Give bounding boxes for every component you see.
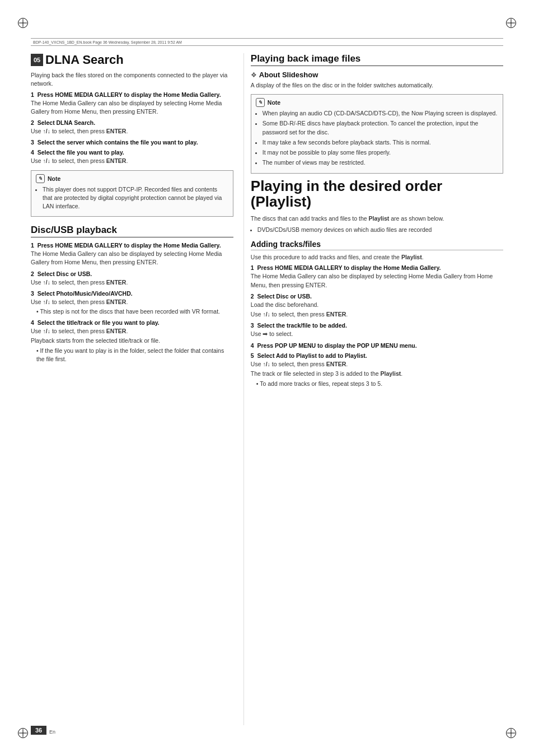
- adding-tracks-intro: Use this procedure to add tracks and fil…: [251, 253, 503, 262]
- playing-back-note-item-2: It may take a few seconds before playbac…: [263, 138, 498, 147]
- playing-back-note-label: Note: [268, 99, 280, 106]
- add-step-4-text: Press POP UP MENU to display the POP UP …: [257, 342, 416, 349]
- add-step-5-text: Select Add to Playlist to add to Playlis…: [257, 352, 367, 359]
- playlist-big-title: Playing in the desired order (Playlist): [251, 178, 503, 210]
- dlna-intro: Playing back the files stored on the com…: [31, 71, 233, 88]
- chapter-number: 05: [31, 54, 43, 66]
- disc-step-2-header: 2 Select Disc or USB.: [31, 270, 233, 277]
- dlna-step-2-text: Select DLNA Search.: [38, 119, 95, 126]
- playlist-bullet-0: DVDs/CDs/USB memory devices on which aud…: [257, 226, 503, 234]
- playing-back-note-item-3: It may not be possible to play some file…: [263, 148, 498, 157]
- add-step-5-body2: The track or file selected in step 3 is …: [251, 370, 503, 378]
- add-step-1-body: The Home Media Gallery can also be displ…: [251, 272, 503, 289]
- add-step-2-text: Select Disc or USB.: [257, 293, 311, 300]
- playing-back-title: Playing back image files: [251, 53, 503, 66]
- reg-mark-tl: [17, 17, 29, 29]
- disc-step-2: 2 Select Disc or USB. Use ↑/↓ to select,…: [31, 270, 233, 287]
- disc-step-3-body: Use ↑/↓ to select, then press ENTER.: [31, 298, 233, 306]
- add-step-2-header: 2 Select Disc or USB.: [251, 293, 503, 300]
- add-step-4-header: 4 Press POP UP MENU to display the POP U…: [251, 342, 503, 349]
- page-number: 36: [31, 726, 46, 735]
- disc-step-4-header: 4 Select the title/track or file you wan…: [31, 319, 233, 326]
- dlna-step-1: 1 Press HOME MEDIA GALLERY to display th…: [31, 91, 233, 116]
- disc-step-3-note: • This step is not for the discs that ha…: [36, 307, 233, 316]
- playing-back-note-title: ✎ Note: [256, 98, 498, 107]
- disc-step-1: 1 Press HOME MEDIA GALLERY to display th…: [31, 242, 233, 267]
- disc-step-3-text: Select Photo/Music/Video/AVCHD.: [38, 290, 133, 297]
- add-step-1-text: Press HOME MEDIA GALLERY to display the …: [257, 264, 441, 271]
- dlna-step-3-header: 3 Select the server which contains the f…: [31, 139, 233, 146]
- right-column: Playing back image files ❖ About Slidesh…: [243, 53, 503, 725]
- add-step-2-body1: Load the disc beforehand.: [251, 301, 503, 309]
- dlna-step-2: 2 Select DLNA Search. Use ↑/↓ to select,…: [31, 119, 233, 136]
- dlna-step-4-text: Select the file you want to play.: [38, 149, 124, 156]
- disc-step-3-note-text: This step is not for the discs that have…: [40, 308, 220, 315]
- dlna-step-1-header: 1 Press HOME MEDIA GALLERY to display th…: [31, 91, 233, 98]
- dlna-note-label: Note: [48, 175, 60, 182]
- add-step-4: 4 Press POP UP MENU to display the POP U…: [251, 342, 503, 349]
- add-step-5: 5 Select Add to Playlist to add to Playl…: [251, 352, 503, 388]
- dlna-step-2-header: 2 Select DLNA Search.: [31, 119, 233, 126]
- about-slideshow-heading: About Slideshow: [259, 71, 318, 79]
- disc-step-1-header: 1 Press HOME MEDIA GALLERY to display th…: [31, 242, 233, 249]
- disc-usb-title: Disc/USB playback: [31, 225, 233, 237]
- dlna-step-1-text: Press HOME MEDIA GALLERY to display the …: [38, 91, 221, 98]
- disc-step-4-text: Select the title/track or file you want …: [38, 319, 160, 326]
- add-step-2: 2 Select Disc or USB. Load the disc befo…: [251, 293, 503, 319]
- file-info: BDP-140_VXCNS_1BD_EN.book Page 36 Wednes…: [33, 40, 182, 44]
- dlna-note-list: This player does not support DTCP-IP. Re…: [43, 185, 228, 211]
- add-step-3-header: 3 Select the track/file to be added.: [251, 322, 503, 329]
- reg-mark-tr: [505, 17, 517, 29]
- add-step-1: 1 Press HOME MEDIA GALLERY to display th…: [251, 264, 503, 289]
- disc-step-3-header: 3 Select Photo/Music/Video/AVCHD.: [31, 290, 233, 297]
- disc-step-4-body: Use ↑/↓ to select, then press ENTER.: [31, 327, 233, 335]
- add-step-5-body1: Use ↑/↓ to select, then press ENTER.: [251, 360, 503, 368]
- playing-back-note: ✎ Note When playing an audio CD (CD-DA/S…: [251, 94, 503, 173]
- dlna-note-title: ✎ Note: [36, 174, 228, 183]
- dlna-step-4-header: 4 Select the file you want to play.: [31, 149, 233, 156]
- header-bar: BDP-140_VXCNS_1BD_EN.book Page 36 Wednes…: [31, 38, 503, 46]
- about-slideshow-heading-row: ❖ About Slideshow: [251, 71, 503, 79]
- adding-tracks-title: Adding tracks/files: [251, 240, 503, 250]
- disc-step-2-body: Use ↑/↓ to select, then press ENTER.: [31, 278, 233, 287]
- note-icon: ✎: [36, 174, 45, 183]
- disc-step-4-bullet: • If the file you want to play is in the…: [36, 347, 233, 363]
- playing-back-note-item-1: Some BD-R/-RE discs have playback protec…: [263, 119, 498, 136]
- reg-mark-bl: [17, 727, 29, 739]
- dlna-step-3: 3 Select the server which contains the f…: [31, 139, 233, 146]
- add-step-5-bullet-text: To add more tracks or files, repeat step…: [260, 380, 382, 387]
- dlna-step-4: 4 Select the file you want to play. Use …: [31, 149, 233, 165]
- dlna-step-1-num: 1: [31, 91, 38, 98]
- dlna-step-4-body: Use ↑/↓ to select, then press ENTER.: [31, 157, 233, 165]
- disc-step-1-text: Press HOME MEDIA GALLERY to display the …: [38, 242, 221, 249]
- dlna-step-3-text: Select the server which contains the fil…: [38, 139, 198, 146]
- dlna-title: 05 DLNA Search: [31, 53, 233, 67]
- main-content: 05 DLNA Search Playing back the files st…: [31, 53, 503, 725]
- dlna-note-item-0: This player does not support DTCP-IP. Re…: [43, 185, 228, 211]
- disc-step-4: 4 Select the title/track or file you wan…: [31, 319, 233, 363]
- playing-back-note-item-4: The number of views may be restricted.: [263, 158, 498, 167]
- add-step-2-body2: Use ↑/↓ to select, then press ENTER.: [251, 310, 503, 319]
- left-column: 05 DLNA Search Playing back the files st…: [31, 53, 243, 725]
- dlna-step-1-body: The Home Media Gallery can also be displ…: [31, 99, 233, 116]
- playing-back-note-item-0: When playing an audio CD (CD-DA/SACD/DTS…: [263, 109, 498, 118]
- dlna-note: ✎ Note This player does not support DTCP…: [31, 170, 233, 217]
- chapter-title: DLNA Search: [45, 53, 124, 67]
- add-step-3-body: Use ➡ to select.: [251, 330, 503, 339]
- add-step-1-header: 1 Press HOME MEDIA GALLERY to display th…: [251, 264, 503, 271]
- dlna-step-2-body: Use ↑/↓ to select, then press ENTER.: [31, 127, 233, 136]
- playing-back-note-icon: ✎: [256, 98, 265, 107]
- add-step-3-text: Select the track/file to be added.: [257, 322, 346, 329]
- playlist-bullets: DVDs/CDs/USB memory devices on which aud…: [257, 226, 503, 234]
- disc-step-2-text: Select Disc or USB.: [38, 270, 92, 277]
- add-step-3: 3 Select the track/file to be added. Use…: [251, 322, 503, 339]
- disc-step-4-sub: Playback starts from the selected title/…: [31, 337, 233, 345]
- page-lang: En: [49, 729, 55, 735]
- add-step-5-header: 5 Select Add to Playlist to add to Playl…: [251, 352, 503, 359]
- diamond-icon: ❖: [251, 71, 257, 79]
- reg-mark-br: [505, 727, 517, 739]
- about-slideshow-body: A display of the files on the disc or in…: [251, 81, 503, 90]
- disc-step-3: 3 Select Photo/Music/Video/AVCHD. Use ↑/…: [31, 290, 233, 316]
- disc-step-4-bullet-text: If the file you want to play is in the f…: [36, 347, 224, 362]
- playlist-intro: The discs that can add tracks and files …: [251, 214, 503, 223]
